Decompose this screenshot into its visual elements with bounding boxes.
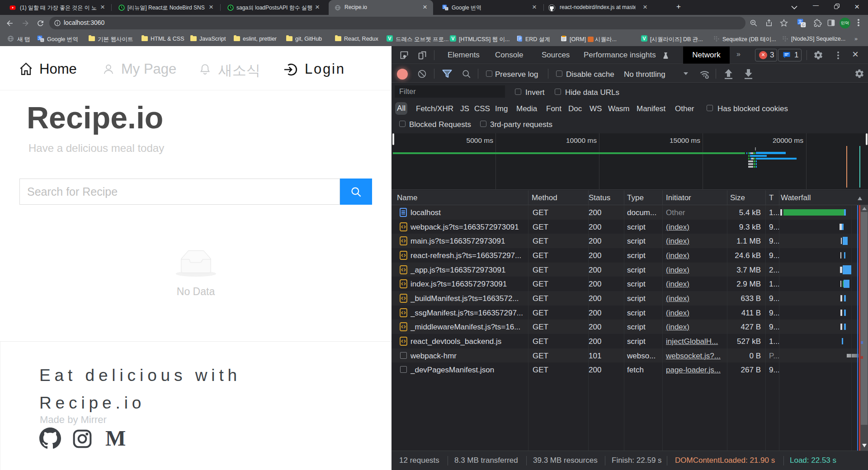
svg-text:G: G	[802, 23, 805, 27]
svg-text:G: G	[446, 7, 448, 10]
svg-text:G: G	[41, 39, 43, 42]
